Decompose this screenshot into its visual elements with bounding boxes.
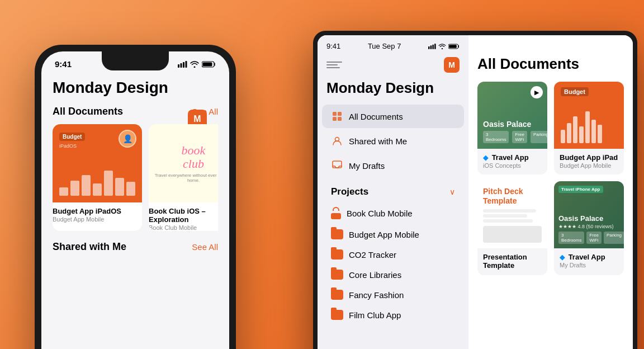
ipad-toolbar: M xyxy=(318,55,468,79)
pitch-image-placeholder xyxy=(483,226,542,243)
project-co2[interactable]: CO2 Tracker xyxy=(322,244,464,265)
battery-icon xyxy=(202,61,216,68)
project-film-club[interactable]: Film Club App xyxy=(322,305,464,325)
book-subtitle: Travel everywhere without ever leaving h… xyxy=(149,173,218,183)
ipad-page-title: Monday Design xyxy=(318,79,468,97)
budget-thumb-bars xyxy=(561,110,617,143)
project-budget-app[interactable]: Budget App Mobile xyxy=(322,224,464,244)
oasis-rating: ★★★★ 4.8 (50 reviews) xyxy=(558,224,624,229)
svg-rect-14 xyxy=(333,117,337,121)
ipad-app-icon[interactable]: M xyxy=(444,57,460,73)
svg-rect-17 xyxy=(333,161,342,168)
tag-bedrooms: 3 Bedrooms xyxy=(483,131,509,143)
svg-rect-8 xyxy=(432,44,433,49)
pitch-thumb-bg: Pitch Deck Template xyxy=(477,181,547,248)
project-book-club[interactable]: Book Club Mobile xyxy=(322,202,464,224)
oasis-card-sub: My Drafts xyxy=(560,262,618,268)
svg-rect-13 xyxy=(338,112,342,116)
bar-3 xyxy=(82,175,91,196)
oasis-tag-3: Parking xyxy=(604,232,624,244)
lock-icon xyxy=(331,207,341,219)
svg-rect-7 xyxy=(430,45,432,49)
chevron-down-icon[interactable]: ∨ xyxy=(449,187,455,196)
project-budget-label: Budget App Mobile xyxy=(349,230,419,239)
nav-shared-with-me[interactable]: Shared with Me xyxy=(322,129,464,153)
oasis-thumb-bg: Travel iPhone App Oasis Palace ★★★★ 4.8 … xyxy=(554,181,624,248)
bbar-3 xyxy=(573,116,577,143)
svg-rect-5 xyxy=(203,62,212,66)
sidebar-toggle-icon[interactable] xyxy=(326,59,342,71)
ipad-signal-icon xyxy=(428,44,436,49)
project-fancy-fashion[interactable]: Fancy Fashion xyxy=(322,285,464,305)
svg-rect-11 xyxy=(449,45,457,48)
budget-ipad-card[interactable]: Budget xyxy=(554,82,624,174)
ipad-time: 9:41 xyxy=(326,42,340,50)
budget-label: Budget xyxy=(59,133,85,141)
project-fancy-fashion-label: Fancy Fashion xyxy=(349,290,404,300)
book-card-thumb: bookclub Travel everywhere without ever … xyxy=(149,124,218,202)
travel-thumb-bg: ▶ Oasis Palace 3 Bedrooms Free WiFi Park… xyxy=(477,82,547,149)
nav-shared-label: Shared with Me xyxy=(349,136,407,146)
book-card-info: Book Club iOS – Exploration Book Club Mo… xyxy=(149,202,218,231)
budget-card[interactable]: Budget iPadOS 👤 xyxy=(53,124,142,231)
ipad-status-bar: 9:41 Tue Sep 7 xyxy=(318,35,468,55)
svg-rect-2 xyxy=(183,62,184,68)
tag-wifi: Free WiFi xyxy=(512,131,527,143)
ipad-main-content: All Documents ▶ Oasis Palace 3 Bedrooms … xyxy=(468,35,633,349)
oasis-thumb-container: Travel iPhone App Oasis Palace ★★★★ 4.8 … xyxy=(554,181,624,248)
svg-rect-0 xyxy=(178,64,179,68)
svg-rect-15 xyxy=(338,117,342,121)
ipad-sidebar: 9:41 Tue Sep 7 xyxy=(318,35,468,349)
budget-ipad-title: Budget App iPad xyxy=(560,153,618,162)
travel-card-info: ◆ Travel App iOS Concepts xyxy=(477,149,547,174)
budget-card-thumb: Budget iPadOS 👤 xyxy=(53,124,142,202)
pitch-content: Pitch Deck Template xyxy=(483,187,542,243)
sidebar-line-2 xyxy=(326,64,338,65)
travel-app-card[interactable]: ▶ Oasis Palace 3 Bedrooms Free WiFi Park… xyxy=(477,82,547,174)
documents-grid: ▶ Oasis Palace 3 Bedrooms Free WiFi Park… xyxy=(477,82,624,275)
bbar-1 xyxy=(561,130,565,143)
shared-section: Shared with Me See All xyxy=(53,241,218,253)
iphone-notch xyxy=(102,51,169,70)
budget-card-sub: Budget App Mobile xyxy=(53,216,142,223)
oasis-tag-1: 3 Bedrooms xyxy=(558,232,584,244)
pitch-card-info: Presentation Template xyxy=(477,248,547,275)
bar-2 xyxy=(70,181,79,196)
svg-rect-12 xyxy=(333,112,337,116)
budget-bars xyxy=(59,168,135,196)
oasis-card[interactable]: Travel iPhone App Oasis Palace ★★★★ 4.8 … xyxy=(554,181,624,275)
svg-rect-3 xyxy=(186,61,187,68)
book-club-card[interactable]: bookclub Travel everywhere without ever … xyxy=(149,124,218,231)
pitch-deck-card[interactable]: Pitch Deck Template Presentati xyxy=(477,181,547,275)
bbar-5 xyxy=(585,111,590,143)
travel-badge: Travel iPhone App xyxy=(558,186,603,193)
pitch-line-1 xyxy=(483,209,536,213)
bar-7 xyxy=(126,182,135,196)
project-core-label: Core Libraries xyxy=(349,270,401,280)
pitch-card-title: Presentation Template xyxy=(483,253,542,270)
svg-rect-1 xyxy=(181,63,182,68)
tag-parking: Parking xyxy=(531,131,547,143)
travel-tags: 3 Bedrooms Free WiFi Parking xyxy=(483,131,547,143)
pitch-line-3 xyxy=(483,219,533,223)
grid-icon xyxy=(331,110,343,122)
shared-see-all[interactable]: See All xyxy=(192,242,218,252)
ipad-wifi-icon xyxy=(438,44,446,49)
project-core-libraries[interactable]: Core Libraries xyxy=(322,265,464,285)
bar-4 xyxy=(93,183,102,196)
budget-ipad-sub: Budget App Mobile xyxy=(560,162,618,169)
nav-my-drafts[interactable]: My Drafts xyxy=(322,154,464,177)
sidebar-line-3 xyxy=(326,67,340,68)
nav-all-documents[interactable]: All Documents xyxy=(322,105,464,128)
oasis-card-title: ◆ Travel App xyxy=(560,253,618,261)
folder-icon-2 xyxy=(331,249,343,260)
oasis-card-info: ◆ Travel App My Drafts xyxy=(554,248,624,274)
wifi-icon xyxy=(190,61,199,68)
signal-icon xyxy=(178,61,187,68)
project-film-club-label: Film Club App xyxy=(349,310,401,320)
book-title: bookclub xyxy=(182,144,206,171)
oasis-info: Oasis Palace ★★★★ 4.8 (50 reviews) 3 Bed… xyxy=(558,214,624,244)
book-card-name: Book Club iOS – Exploration xyxy=(149,207,218,224)
projects-header: Projects ∨ xyxy=(318,178,468,202)
budget-thumb-content: Budget xyxy=(554,82,624,149)
